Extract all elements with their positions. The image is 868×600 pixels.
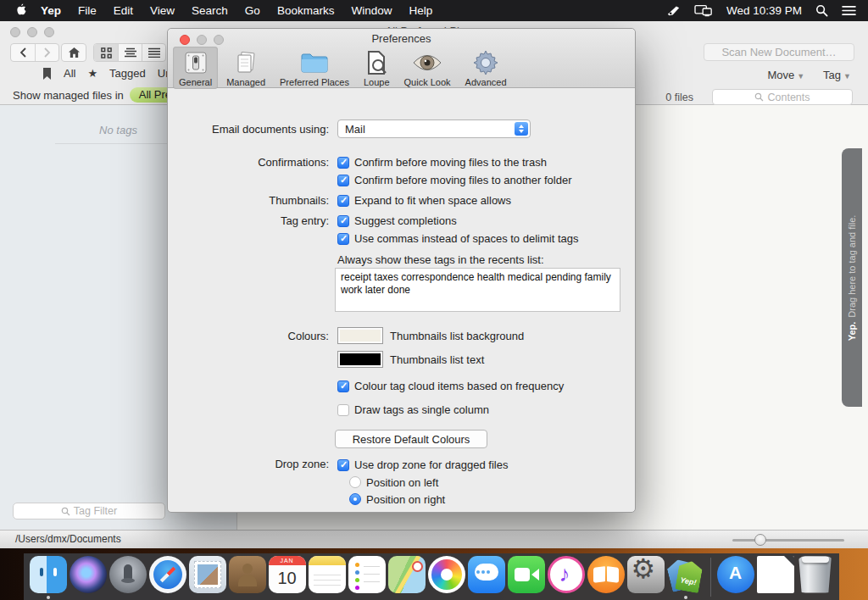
dock-item-mail[interactable] — [189, 554, 226, 600]
pref-tab-managed[interactable]: Managed — [220, 47, 271, 89]
dock-item-notes[interactable] — [309, 554, 346, 600]
pref-tab-advanced[interactable]: Advanced — [459, 47, 513, 89]
dock-item-photos[interactable] — [428, 554, 465, 600]
dock-item-messages[interactable] — [468, 554, 505, 600]
pen-icon[interactable] — [666, 4, 681, 17]
column-view-button[interactable] — [142, 44, 165, 61]
checkbox[interactable] — [337, 233, 349, 245]
filter-tagged[interactable]: Tagged — [109, 67, 146, 80]
contents-search-input[interactable]: Contents — [712, 89, 853, 105]
pref-tab-loupe[interactable]: Loupe — [358, 47, 396, 89]
radio-position[interactable] — [349, 476, 361, 488]
loupe-icon — [364, 49, 388, 76]
preferences-dialog: Preferences GeneralManagedPreferred Plac… — [167, 28, 636, 513]
email-client-popup[interactable]: Mail — [337, 119, 531, 138]
dock-item-document[interactable] — [757, 554, 794, 600]
ibooks-icon — [587, 556, 625, 593]
pref-tab-quick-look[interactable]: Quick Look — [398, 47, 457, 89]
menu-file[interactable]: File — [70, 0, 105, 21]
checkbox-label: Confirm before moving files to another f… — [354, 174, 572, 186]
menu-edit[interactable]: Edit — [105, 0, 142, 21]
checkbox-label: Draw tags as single column — [354, 403, 489, 416]
dock-item-calendar[interactable]: JAN10 — [269, 554, 306, 600]
drop-zone-tab[interactable]: Yep.Drag here to tag and file. — [842, 148, 862, 407]
pref-tab-label: Preferred Places — [280, 77, 349, 87]
recent-tags-input[interactable]: receipt taxes correspondence health medi… — [335, 268, 620, 312]
drop-zone-checkbox[interactable] — [337, 459, 349, 471]
calendar-month: JAN — [269, 556, 306, 565]
list-view-button[interactable] — [118, 44, 142, 61]
grid-view-button[interactable] — [94, 44, 118, 61]
dock-item-launchpad[interactable] — [109, 554, 147, 600]
checkbox[interactable] — [337, 157, 349, 169]
swatch-label: Thumbnails list text — [390, 353, 484, 366]
dock-item-maps[interactable] — [388, 554, 426, 600]
dock-item-yep[interactable]: Yep! — [667, 554, 704, 600]
menu-go[interactable]: Go — [236, 0, 269, 21]
dock-item-ibooks[interactable] — [587, 554, 625, 600]
swatch-label: Thumbnails list background — [390, 330, 524, 342]
menu-yep[interactable]: Yep — [32, 0, 70, 21]
app-store-icon — [717, 556, 754, 593]
trash-icon — [797, 556, 834, 593]
dock-item-app-store[interactable] — [717, 554, 754, 600]
search-icon — [61, 507, 70, 516]
radio-position[interactable] — [349, 493, 361, 505]
star-icon[interactable]: ★ — [87, 67, 97, 80]
filter-all[interactable]: All — [64, 67, 75, 80]
checkbox-label: Use drop zone for dragged files — [354, 458, 508, 471]
contacts-icon — [229, 556, 266, 593]
menu-help[interactable]: Help — [400, 0, 441, 21]
menu-window[interactable]: Window — [342, 0, 400, 21]
folder-icon — [300, 49, 329, 76]
safari-icon — [149, 556, 186, 593]
menu-search[interactable]: Search — [183, 0, 236, 21]
dock-item-trash[interactable] — [797, 554, 834, 600]
checkbox[interactable] — [337, 215, 349, 227]
dock-item-contacts[interactable] — [229, 554, 266, 600]
dock-item-siri[interactable] — [70, 554, 107, 600]
tag-menu[interactable]: Tag▼ — [823, 69, 851, 81]
restore-default-colours-button[interactable]: Restore Default Colours — [335, 430, 487, 448]
checkbox[interactable] — [337, 404, 349, 416]
apple-menu[interactable] — [10, 3, 32, 18]
checkbox-label: Confirm before moving files to the trash — [354, 156, 547, 169]
pages-icon — [233, 49, 259, 76]
checkbox-label: Expand to fit when space allows — [354, 194, 511, 207]
slider-knob[interactable] — [754, 534, 766, 546]
radio-label: Position on left — [366, 476, 438, 489]
home-button[interactable] — [61, 43, 86, 62]
pref-tab-preferred-places[interactable]: Preferred Places — [274, 47, 355, 89]
menu-clock[interactable]: Wed 10:39 PM — [726, 4, 802, 17]
chevron-down-icon: ▼ — [843, 72, 851, 81]
bookmark-icon[interactable] — [42, 68, 52, 80]
dock-item-safari[interactable] — [149, 554, 186, 600]
menu-bookmarks[interactable]: Bookmarks — [269, 0, 343, 21]
launchpad-icon — [109, 556, 147, 593]
checkbox[interactable] — [337, 195, 349, 207]
tag-filter-input[interactable]: Tag Filter — [13, 503, 165, 519]
thumbnails-background-swatch[interactable] — [337, 327, 383, 344]
dock-item-itunes[interactable] — [548, 554, 585, 600]
pref-tab-general[interactable]: General — [173, 47, 218, 89]
menu-list-icon[interactable] — [842, 5, 856, 16]
scan-new-document-button[interactable]: Scan New Document… — [704, 43, 854, 61]
facetime-icon — [508, 556, 545, 593]
back-button[interactable] — [11, 44, 35, 61]
mail-icon — [189, 556, 226, 593]
checkbox[interactable] — [337, 381, 349, 392]
dock-item-finder[interactable] — [30, 554, 67, 600]
dock-item-facetime[interactable] — [508, 554, 545, 600]
thumbnails-text-swatch[interactable] — [337, 351, 383, 368]
forward-button[interactable] — [35, 44, 58, 61]
dock-item-system-preferences[interactable] — [627, 554, 665, 600]
displays-icon[interactable] — [694, 4, 713, 17]
move-menu[interactable]: Move▼ — [767, 69, 804, 81]
search-icon[interactable] — [815, 4, 828, 17]
checkbox[interactable] — [337, 175, 349, 186]
dock-item-reminders[interactable] — [348, 554, 386, 600]
menu-view[interactable]: View — [142, 0, 183, 21]
thumbnail-size-slider[interactable] — [732, 539, 844, 542]
view-switcher — [93, 43, 166, 62]
search-icon — [754, 92, 764, 102]
